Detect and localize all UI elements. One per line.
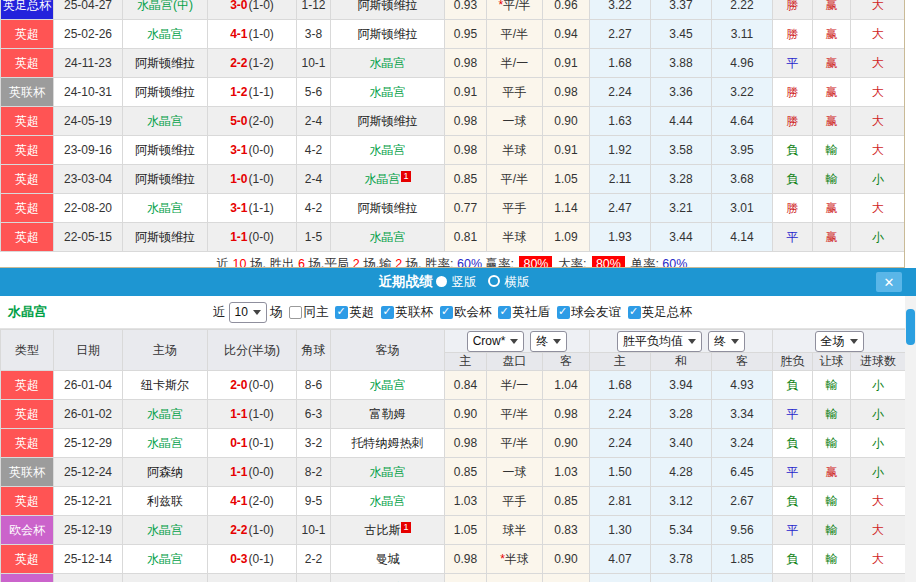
home-team-name[interactable]: 阿斯顿维拉 (135, 172, 195, 186)
odds-stage-select-1[interactable]: 终 (530, 331, 567, 352)
home-team-name[interactable]: 水晶宫 (147, 552, 183, 566)
away-team-name[interactable]: 水晶宫 (364, 172, 400, 186)
scrollbar-thumb[interactable] (906, 309, 915, 345)
home-team-name[interactable]: 水晶宫 (147, 523, 183, 537)
filter-checkbox-item[interactable]: 欧会杯 (440, 304, 492, 321)
near-label: 近 (213, 304, 226, 321)
home-team-name[interactable]: 阿斯顿维拉 (135, 85, 195, 99)
home-team-name[interactable]: 水晶宫 (147, 27, 183, 41)
view-option-label[interactable]: 横版 (505, 275, 530, 289)
fulltime-score: 2-0 (230, 378, 247, 392)
league-badge: 英联杯 (1, 78, 53, 106)
league-badge: 英超 (1, 400, 53, 428)
match-row: 英超23-03-04阿斯顿维拉1-0(1-0)2-4水晶宫10.85平/半1.0… (1, 165, 906, 194)
away-team-name[interactable]: 阿斯顿维拉 (358, 201, 418, 215)
close-button[interactable]: ✕ (876, 272, 902, 292)
filter-label: 英联杯 (395, 304, 433, 321)
away-team-name[interactable]: 水晶宫 (370, 465, 406, 479)
filter-label: 欧会杯 (454, 304, 492, 321)
radio-selected-icon[interactable] (436, 276, 447, 287)
match-row: 英超26-01-04纽卡斯尔2-0(0-0)8-6水晶宫0.84半/一1.041… (1, 371, 906, 400)
checkbox-checked-icon[interactable] (498, 306, 511, 319)
away-team-name[interactable]: 水晶宫 (370, 143, 406, 157)
ah-home-odds-cell: 0.98 (445, 429, 487, 458)
result-goals-cell: 大 (851, 487, 906, 516)
away-team-name[interactable]: 阿斯顿维拉 (358, 114, 418, 128)
away-team-name[interactable]: 阿斯顿维拉 (358, 27, 418, 41)
home-team-cell: 利兹联 (123, 487, 208, 516)
chevron-down-icon (688, 339, 696, 344)
handicap-line-cell: 球半 (487, 516, 543, 545)
match-date-cell: 24-05-19 (54, 107, 123, 136)
checkbox-checked-icon[interactable] (381, 306, 394, 319)
away-team-name[interactable]: 水晶宫 (370, 56, 406, 70)
checkbox-checked-icon[interactable] (335, 306, 348, 319)
away-team-name[interactable]: 水晶宫 (370, 378, 406, 392)
away-team-name[interactable]: 水晶宫 (370, 85, 406, 99)
eu-home-odds-cell: 1.68 (590, 49, 651, 78)
eu-away-odds-cell: 4.64 (712, 107, 773, 136)
home-team-name[interactable]: 阿斯顿维拉 (135, 143, 195, 157)
summary-segment: 80% (592, 256, 625, 268)
home-team-name[interactable]: 阿斯顿维拉 (135, 230, 195, 244)
match-row: 欧会杯25-12-12舒尔本(中)0-3(0-3)2-9水晶宫1.00*两球0.… (1, 574, 906, 582)
odds-source-select[interactable]: Crow* (467, 331, 525, 352)
match-date-cell: 25-12-14 (54, 545, 123, 574)
filter-checkbox-item[interactable]: 英社盾 (498, 304, 550, 321)
checkbox-checked-icon[interactable] (628, 306, 641, 319)
away-team-name[interactable]: 曼城 (376, 552, 400, 566)
away-team-name[interactable]: 阿斯顿维拉 (358, 0, 418, 12)
home-team-name[interactable]: 利兹联 (147, 494, 183, 508)
avg-metric-select[interactable]: 胜平负均值 (617, 331, 702, 352)
filter-label: 英足总杯 (642, 304, 692, 321)
chevron-down-icon (553, 339, 561, 344)
odds-stage-select-2[interactable]: 终 (708, 331, 745, 352)
filter-checkbox-item[interactable]: 英超 (335, 304, 374, 321)
corner-cell: 4-2 (297, 194, 331, 223)
away-team-name[interactable]: 富勒姆 (370, 407, 406, 421)
team-name-label: 水晶宫 (8, 303, 47, 321)
filter-checkbox-item[interactable]: 同主 (289, 304, 328, 321)
view-option-label[interactable]: 竖版 (452, 275, 477, 289)
away-team-name[interactable]: 水晶宫 (370, 494, 406, 508)
unit-label: 场 (270, 304, 283, 321)
result-handicap-cell: 輸 (813, 136, 851, 165)
result-wdl-cell: 負 (773, 545, 813, 574)
home-team-name[interactable]: 阿森纳 (147, 465, 183, 479)
home-team-name[interactable]: 水晶宫 (147, 114, 183, 128)
result-goals-cell: 大 (851, 0, 906, 20)
match-row: 英联杯25-12-24阿森纳1-1(0-0)8-2水晶宫0.85一球1.031.… (1, 458, 906, 487)
eu-away-odds-cell: 3.22 (712, 78, 773, 107)
home-team-name[interactable]: 水晶宫 (147, 436, 183, 450)
eu-away-odds-cell: 4.14 (712, 223, 773, 252)
ah-away-odds-cell: 0.98 (543, 400, 590, 429)
ah-away-odds-cell: 0.90 (543, 107, 590, 136)
match-date-cell: 23-09-16 (54, 136, 123, 165)
away-team-name[interactable]: 古比斯 (364, 523, 400, 537)
checkbox-checked-icon[interactable] (440, 306, 453, 319)
home-team-name[interactable]: 纽卡斯尔 (141, 378, 189, 392)
scope-select[interactable]: 全场 (815, 331, 864, 352)
halftime-score: (0-0) (249, 230, 274, 244)
home-team-name[interactable]: 水晶宫 (147, 407, 183, 421)
star-mark: * (500, 552, 505, 566)
result-handicap-cell: 赢 (813, 458, 851, 487)
away-team-name[interactable]: 托特纳姆热刺 (352, 436, 424, 450)
home-team-name[interactable]: 阿斯顿维拉 (135, 56, 195, 70)
home-team-name[interactable]: 水晶宫(中) (137, 0, 193, 12)
radio-unselected-icon[interactable] (488, 275, 500, 287)
result-handicap-cell: 赢 (813, 0, 851, 20)
match-count-select[interactable]: 10 (229, 302, 267, 323)
scrollbar-track[interactable] (905, 296, 916, 582)
checkbox-checked-icon[interactable] (557, 306, 570, 319)
filter-checkbox-item[interactable]: 英足总杯 (628, 304, 692, 321)
away-team-name[interactable]: 水晶宫 (370, 230, 406, 244)
close-icon: ✕ (884, 276, 895, 289)
match-row: 英超24-05-19水晶宫5-0(2-0)2-4阿斯顿维拉0.98一球0.901… (1, 107, 906, 136)
result-handicap-cell: 輸 (813, 165, 851, 194)
match-row: 英超24-11-23阿斯顿维拉2-2(1-2)10-1水晶宫0.98半/一0.9… (1, 49, 906, 78)
home-team-name[interactable]: 水晶宫 (147, 201, 183, 215)
filter-checkbox-item[interactable]: 球会友谊 (557, 304, 621, 321)
checkbox-unchecked-icon[interactable] (289, 306, 302, 319)
filter-checkbox-item[interactable]: 英联杯 (381, 304, 433, 321)
